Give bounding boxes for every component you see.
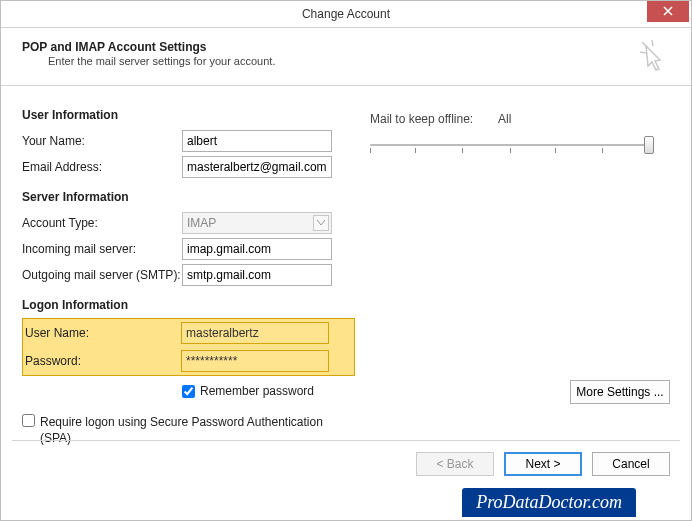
branding-watermark: ProDataDoctor.com bbox=[462, 488, 636, 517]
label-spa: Require logon using Secure Password Auth… bbox=[40, 414, 330, 446]
label-password: Password: bbox=[23, 354, 181, 368]
section-logon-info: Logon Information bbox=[22, 298, 692, 312]
svg-line-0 bbox=[642, 42, 648, 48]
label-email: Email Address: bbox=[22, 160, 182, 174]
cursor-icon bbox=[638, 38, 674, 78]
back-button: < Back bbox=[416, 452, 494, 476]
row-password: Password: bbox=[23, 347, 354, 375]
spa-checkbox[interactable] bbox=[22, 414, 35, 427]
divider bbox=[12, 440, 680, 441]
offline-pane: Mail to keep offline: All bbox=[370, 112, 660, 154]
section-server-info: Server Information bbox=[22, 190, 692, 204]
next-button[interactable]: Next > bbox=[504, 452, 582, 476]
email-input[interactable] bbox=[182, 156, 332, 178]
your-name-input[interactable] bbox=[182, 130, 332, 152]
label-incoming: Incoming mail server: bbox=[22, 242, 182, 256]
password-input[interactable] bbox=[181, 350, 329, 372]
slider-thumb[interactable] bbox=[644, 136, 654, 154]
svg-line-2 bbox=[640, 52, 646, 53]
header: POP and IMAP Account Settings Enter the … bbox=[0, 28, 692, 86]
close-button[interactable] bbox=[647, 0, 689, 22]
header-title: POP and IMAP Account Settings bbox=[22, 40, 670, 54]
row-user-name: User Name: bbox=[23, 319, 354, 347]
remember-password-checkbox[interactable] bbox=[182, 385, 195, 398]
account-type-value: IMAP bbox=[187, 216, 216, 230]
svg-line-1 bbox=[652, 40, 653, 46]
offline-value: All bbox=[498, 112, 511, 126]
label-offline: Mail to keep offline: bbox=[370, 112, 498, 126]
cancel-button[interactable]: Cancel bbox=[592, 452, 670, 476]
row-spa: Require logon using Secure Password Auth… bbox=[22, 414, 692, 446]
row-account-type: Account Type: IMAP bbox=[22, 210, 692, 236]
chevron-down-icon bbox=[313, 215, 329, 231]
outgoing-input[interactable] bbox=[182, 264, 332, 286]
row-outgoing: Outgoing mail server (SMTP): bbox=[22, 262, 692, 288]
label-account-type: Account Type: bbox=[22, 216, 182, 230]
logon-highlight: User Name: Password: bbox=[22, 318, 355, 376]
label-outgoing: Outgoing mail server (SMTP): bbox=[22, 268, 182, 282]
header-subtitle: Enter the mail server settings for your … bbox=[48, 55, 670, 67]
offline-slider[interactable] bbox=[370, 136, 650, 154]
button-bar: < Back Next > Cancel bbox=[416, 452, 670, 476]
account-type-select: IMAP bbox=[182, 212, 332, 234]
window-title: Change Account bbox=[0, 7, 692, 21]
more-settings-button[interactable]: More Settings ... bbox=[570, 380, 670, 404]
incoming-input[interactable] bbox=[182, 238, 332, 260]
label-remember-password: Remember password bbox=[200, 384, 314, 398]
user-name-input[interactable] bbox=[181, 322, 329, 344]
row-email: Email Address: bbox=[22, 154, 692, 180]
label-user-name: User Name: bbox=[23, 326, 181, 340]
titlebar: Change Account bbox=[0, 0, 692, 28]
close-icon bbox=[663, 6, 673, 16]
label-your-name: Your Name: bbox=[22, 134, 182, 148]
row-incoming: Incoming mail server: bbox=[22, 236, 692, 262]
